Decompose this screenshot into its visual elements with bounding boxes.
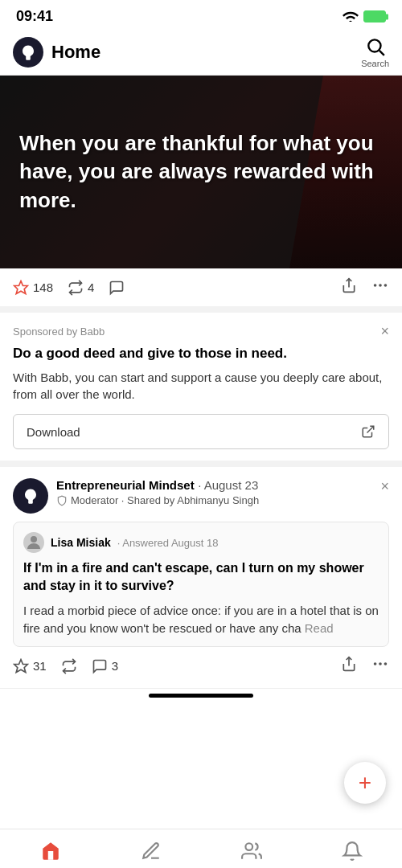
header: Home Search bbox=[0, 30, 402, 76]
svg-point-15 bbox=[379, 663, 382, 666]
article-actions: 31 3 bbox=[13, 647, 389, 677]
read-more[interactable]: Read bbox=[302, 621, 334, 635]
svg-point-14 bbox=[374, 663, 377, 666]
svg-point-7 bbox=[379, 284, 382, 287]
inner-post-body: I read a morbid piece of advice once: if… bbox=[23, 602, 379, 637]
svg-point-6 bbox=[374, 284, 377, 287]
article-close-button[interactable]: × bbox=[380, 478, 389, 495]
svg-point-16 bbox=[384, 663, 388, 666]
sponsored-title: Do a good deed and give to those in need… bbox=[13, 345, 389, 362]
search-button[interactable]: Search bbox=[361, 36, 389, 68]
app-logo bbox=[13, 37, 43, 68]
nav-notifications-button[interactable] bbox=[329, 837, 375, 865]
article-more-button[interactable] bbox=[371, 655, 389, 677]
svg-point-8 bbox=[384, 284, 388, 287]
inner-post: Lisa Misiak · Answered August 18 If I'm … bbox=[13, 522, 389, 647]
sponsored-desc: With Babb, you can start and support a c… bbox=[13, 369, 389, 403]
article-source-name: Entrepreneurial Mindset bbox=[56, 478, 195, 492]
article-moderator: Moderator · Shared by Abhimanyu Singh bbox=[56, 494, 372, 506]
fab-icon: + bbox=[359, 770, 371, 796]
bottom-nav bbox=[0, 829, 402, 868]
svg-point-17 bbox=[245, 843, 252, 850]
sponsored-label: Sponsored by Babb bbox=[13, 326, 105, 338]
status-bar: 09:41 bbox=[0, 0, 402, 30]
inner-post-author: Lisa Misiak · Answered August 18 bbox=[23, 532, 379, 553]
comment-button[interactable] bbox=[109, 280, 125, 296]
status-time: 09:41 bbox=[16, 8, 53, 25]
repost-button[interactable]: 4 bbox=[68, 280, 94, 296]
upvote-button[interactable]: 148 bbox=[13, 280, 53, 296]
download-label: Download bbox=[27, 425, 80, 439]
inner-avatar bbox=[23, 532, 44, 553]
article-avatar bbox=[13, 478, 48, 514]
article-meta: Entrepreneurial Mindset · August 23 Mode… bbox=[56, 478, 372, 506]
download-button[interactable]: Download bbox=[13, 414, 389, 449]
wifi-icon bbox=[343, 9, 359, 25]
svg-point-11 bbox=[31, 536, 37, 542]
nav-home-button[interactable] bbox=[27, 837, 74, 865]
search-label: Search bbox=[361, 59, 389, 68]
repost-count: 4 bbox=[88, 280, 94, 294]
inner-post-title: If I'm in a fire and can't escape, can I… bbox=[23, 559, 379, 596]
like-count: 148 bbox=[33, 280, 53, 294]
article-repost-button[interactable] bbox=[61, 658, 77, 674]
fab-button[interactable]: + bbox=[344, 762, 386, 804]
header-left: Home bbox=[13, 37, 100, 68]
inner-author-name: Lisa Misiak bbox=[51, 536, 111, 549]
article-comment-count: 3 bbox=[112, 659, 118, 673]
svg-point-2 bbox=[368, 39, 380, 51]
post-image-card: When you are thankful for what you have,… bbox=[0, 76, 402, 268]
article-like-count: 31 bbox=[33, 659, 47, 673]
article-source-line: Entrepreneurial Mindset · August 23 bbox=[56, 478, 372, 493]
sponsored-card: Sponsored by Babb × Do a good deed and g… bbox=[0, 313, 402, 467]
svg-line-3 bbox=[379, 51, 384, 55]
article-moderator-label: Moderator · Shared by Abhimanyu Singh bbox=[71, 494, 259, 506]
svg-point-0 bbox=[349, 20, 351, 21]
article-card: Entrepreneurial Mindset · August 23 Mode… bbox=[0, 467, 402, 689]
svg-marker-12 bbox=[14, 660, 28, 673]
article-comment-button[interactable]: 3 bbox=[92, 658, 118, 674]
article-share-button[interactable] bbox=[341, 656, 357, 676]
nav-compose-button[interactable] bbox=[128, 837, 174, 865]
nav-community-button[interactable] bbox=[228, 837, 275, 865]
sponsored-header: Sponsored by Babb × bbox=[13, 324, 389, 338]
article-source-date: · August 23 bbox=[198, 478, 258, 492]
post-actions: 148 4 bbox=[0, 268, 402, 313]
battery-icon bbox=[363, 10, 386, 23]
status-icons bbox=[343, 9, 386, 25]
post-quote-text: When you are thankful for what you have,… bbox=[19, 129, 383, 214]
more-button[interactable] bbox=[371, 276, 389, 298]
home-indicator bbox=[149, 694, 253, 698]
inner-author-date: · Answered August 18 bbox=[117, 537, 219, 549]
post-image-overlay: When you are thankful for what you have,… bbox=[0, 76, 402, 268]
svg-marker-4 bbox=[14, 280, 28, 293]
sponsored-close-button[interactable]: × bbox=[380, 324, 389, 338]
header-title: Home bbox=[51, 42, 100, 63]
svg-line-9 bbox=[367, 426, 374, 432]
share-button[interactable] bbox=[341, 277, 357, 297]
article-upvote-button[interactable]: 31 bbox=[13, 658, 47, 674]
article-header: Entrepreneurial Mindset · August 23 Mode… bbox=[13, 478, 389, 514]
